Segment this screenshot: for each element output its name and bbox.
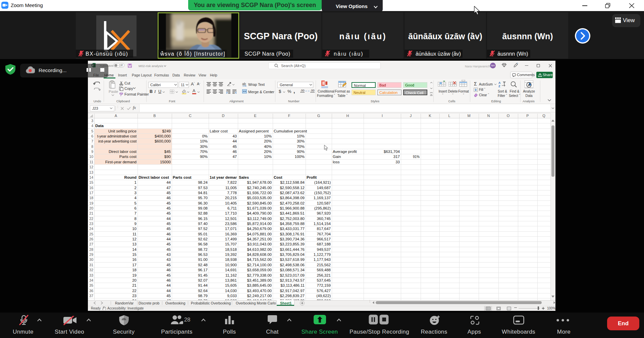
svg-text:A: A xyxy=(498,81,501,84)
svg-text:Z: Z xyxy=(498,84,500,88)
svg-text:ab: ab xyxy=(242,82,246,86)
